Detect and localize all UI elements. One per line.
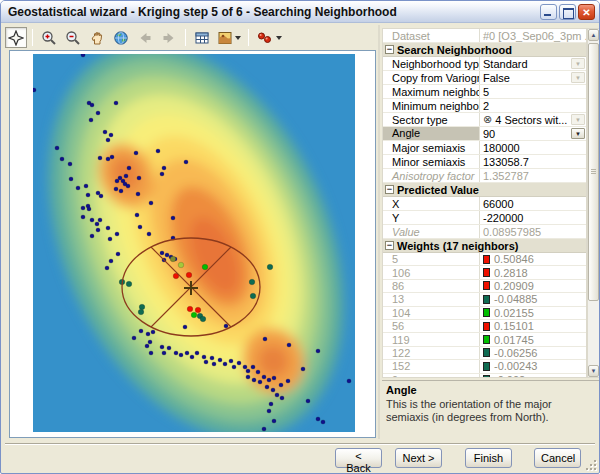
- data-point: [262, 427, 266, 431]
- collapse-icon[interactable]: −: [385, 185, 394, 194]
- weight-row[interactable]: 50.50846: [383, 253, 586, 266]
- weight-row[interactable]: 152-0.00243: [383, 360, 586, 373]
- grid-section-header[interactable]: −Predicted Value: [383, 183, 586, 197]
- grid-section-header[interactable]: −Weights (17 neighbors): [383, 239, 586, 253]
- collapse-icon[interactable]: −: [385, 45, 394, 54]
- scroll-down-icon[interactable]: ▼: [588, 365, 599, 377]
- property-row-maximum-neighbors[interactable]: Maximum neighbors5: [383, 85, 586, 99]
- property-row-value[interactable]: Value0.08957985: [383, 225, 586, 239]
- value-text: 180000: [483, 142, 520, 154]
- resize-grip[interactable]: [584, 458, 597, 471]
- property-row-dataset[interactable]: Dataset#0 [O3_Sep06_3pm ...: [383, 29, 586, 43]
- surface-menu-button[interactable]: [214, 27, 244, 48]
- forward-button-toolbar[interactable]: [158, 27, 180, 48]
- dropdown-button[interactable]: ▼: [571, 72, 585, 83]
- panel-splitter[interactable]: [378, 25, 380, 439]
- property-value[interactable]: #0 [O3_Sep06_3pm ...: [479, 29, 586, 42]
- back-button-toolbar[interactable]: [134, 27, 156, 48]
- data-point: [272, 419, 276, 423]
- weight-row[interactable]: 1060.2818: [383, 266, 586, 279]
- property-value[interactable]: 90: [479, 127, 586, 140]
- neighbor-id: 122: [383, 347, 479, 359]
- property-value[interactable]: Standard: [479, 57, 586, 70]
- close-button[interactable]: [578, 4, 595, 20]
- weight-value-cell: 0.01745: [479, 333, 586, 345]
- property-row-copy-from-variogram[interactable]: Copy from VariogramFalse▼: [383, 71, 586, 85]
- property-row-major-semiaxis[interactable]: Major semiaxis180000: [383, 141, 586, 155]
- points-menu-button[interactable]: [253, 27, 285, 48]
- weight-row[interactable]: 122-0.06256: [383, 347, 586, 360]
- property-row-x[interactable]: X66000: [383, 197, 586, 211]
- weight-row[interactable]: 1190.01745: [383, 333, 586, 346]
- property-label: Y: [383, 212, 479, 224]
- cancel-button[interactable]: Cancel: [534, 448, 581, 468]
- pan-button[interactable]: [86, 27, 108, 48]
- data-point: [258, 380, 262, 384]
- title-bar[interactable]: Geostatistical wizard - Kriging step 5 o…: [1, 1, 599, 23]
- maximize-button[interactable]: [559, 4, 576, 20]
- section-label: Weights (17 neighbors): [397, 240, 518, 252]
- weight-value-cell: 0.15101: [479, 320, 586, 332]
- property-value[interactable]: ⊗4 Sectors wit...: [479, 113, 586, 126]
- weight-color-swatch: [483, 255, 490, 264]
- next-button[interactable]: Next >: [395, 448, 442, 468]
- weight-row[interactable]: 1040.02155: [383, 307, 586, 320]
- description-text: This is the orientation of the major sem…: [386, 398, 595, 424]
- data-point: [160, 251, 164, 255]
- dropdown-button[interactable]: ▼: [571, 114, 585, 125]
- collapse-icon[interactable]: −: [385, 241, 394, 250]
- property-value[interactable]: 180000: [479, 141, 586, 154]
- zoom-out-button[interactable]: [62, 27, 84, 48]
- grid-section-header[interactable]: −Search Neighborhood: [383, 43, 586, 57]
- property-value[interactable]: 5: [479, 85, 586, 98]
- property-value[interactable]: 0.08957985: [479, 225, 586, 238]
- scrollbar-thumb[interactable]: [588, 43, 599, 301]
- data-point: [127, 166, 131, 170]
- property-value[interactable]: 2: [479, 99, 586, 112]
- data-point: [286, 379, 290, 383]
- data-point: [269, 402, 273, 406]
- scroll-up-icon[interactable]: ▲: [588, 29, 599, 41]
- weight-row[interactable]: 560.15101: [383, 320, 586, 333]
- property-row-minimum-neighbors[interactable]: Minimum neighbors2: [383, 99, 586, 113]
- data-point: [148, 340, 152, 344]
- property-row-neighborhood-type[interactable]: Neighborhood typeStandard▼: [383, 57, 586, 71]
- weight-row[interactable]: 860.20909: [383, 280, 586, 293]
- weight-row[interactable]: 13-0.04885: [383, 293, 586, 306]
- property-row-sector-type[interactable]: Sector type⊗4 Sectors wit...▼: [383, 113, 586, 127]
- data-point: [137, 176, 141, 180]
- minimize-button[interactable]: [540, 4, 557, 20]
- weight-row[interactable]: 9-0.002: [383, 374, 586, 378]
- grid-scrollbar[interactable]: ▲ ▼: [587, 28, 600, 378]
- neighbor-id: 56: [383, 320, 479, 332]
- property-value[interactable]: False: [479, 71, 586, 84]
- data-point: [195, 351, 199, 355]
- dropdown-button[interactable]: ▼: [571, 58, 585, 69]
- property-value[interactable]: -220000: [479, 211, 586, 224]
- finish-button[interactable]: Finish: [465, 448, 512, 468]
- full-extent-button[interactable]: [110, 27, 132, 48]
- property-row-anisotropy-factor[interactable]: Anisotropy factor1.352787: [383, 169, 586, 183]
- data-point: [267, 378, 271, 382]
- property-row-y[interactable]: Y-220000: [383, 211, 586, 225]
- property-row-angle[interactable]: Angle90▼: [383, 127, 586, 141]
- property-row-minor-semiaxis[interactable]: Minor semiaxis133058.7: [383, 155, 586, 169]
- weight-value: -0.002: [494, 374, 525, 378]
- data-point: [81, 54, 85, 57]
- zoom-in-button[interactable]: [38, 27, 60, 48]
- weight-color-swatch: [483, 308, 490, 317]
- property-value[interactable]: 66000: [479, 197, 586, 210]
- property-value[interactable]: 133058.7: [479, 155, 586, 168]
- weight-value: 0.2818: [494, 267, 528, 279]
- dropdown-button[interactable]: ▼: [571, 128, 585, 139]
- value-text: 66000: [483, 198, 514, 210]
- navigate-tool-button[interactable]: [5, 27, 27, 48]
- kriging-map[interactable]: [33, 54, 355, 432]
- neighbor-id: 86: [383, 280, 479, 292]
- show-table-button[interactable]: [191, 27, 213, 48]
- value-text: 0.08957985: [483, 226, 541, 238]
- property-value[interactable]: 1.352787: [479, 169, 586, 182]
- property-label: Minor semiaxis: [383, 156, 479, 168]
- back-button[interactable]: < Back: [335, 448, 382, 468]
- data-point: [95, 222, 99, 226]
